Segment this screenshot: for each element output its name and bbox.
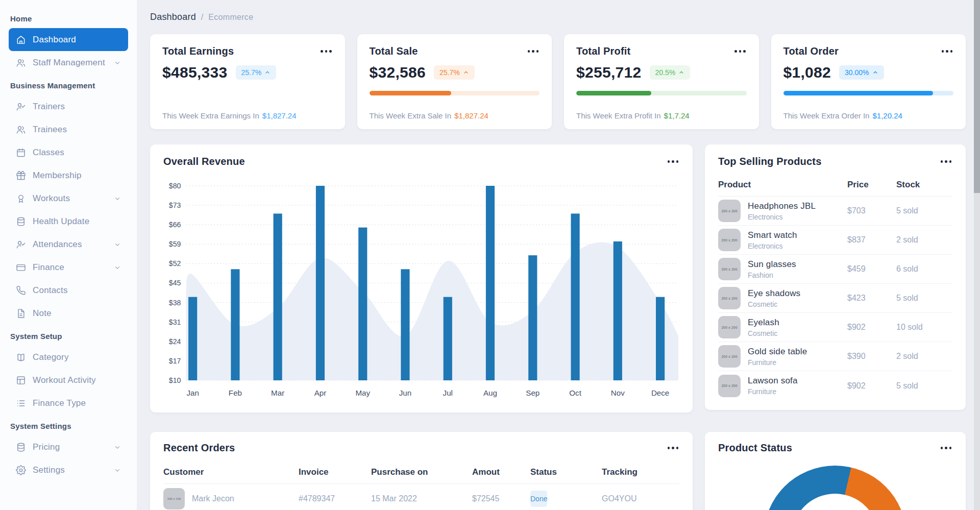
chevron-down-icon	[114, 241, 121, 248]
customer-avatar: 100 x 100	[163, 488, 185, 509]
product-row[interactable]: 200 x 200 Smart watch Electronics $837 2…	[718, 226, 952, 255]
product-thumbnail: 200 x 200	[718, 287, 741, 309]
order-tracking: GO4YOU	[602, 494, 679, 503]
chevron-up-icon	[264, 69, 271, 76]
breadcrumb: Dashboard / Ecommerce	[150, 0, 966, 34]
sidebar-item-attendances[interactable]: Attendances	[9, 233, 128, 256]
award-icon	[16, 193, 26, 204]
sidebar-item-label: Attendances	[33, 239, 107, 250]
sidebar-item-note[interactable]: Note	[9, 302, 128, 325]
product-name: Smart watch	[748, 230, 797, 240]
column-customer: Customer	[163, 467, 299, 477]
product-stock: 2 sold	[896, 235, 952, 245]
column-tracking: Tracking	[602, 467, 679, 477]
sidebar-section-system-setup: System Setup	[0, 325, 137, 346]
breadcrumb-current[interactable]: Dashboard	[150, 12, 196, 22]
svg-text:May: May	[355, 388, 370, 397]
product-category: Electronics	[748, 242, 797, 250]
sidebar-item-classes[interactable]: Classes	[9, 141, 128, 164]
order-row[interactable]: 100 x 100 Mark Jecon #4789347 15 Mar 202…	[163, 484, 679, 510]
svg-text:Aug: Aug	[483, 388, 497, 397]
sidebar-item-workouts[interactable]: Workouts	[9, 187, 128, 210]
ellipsis-menu-icon[interactable]	[941, 47, 954, 56]
sidebar-item-staff-management[interactable]: Staff Management	[9, 51, 128, 74]
status-badge: Done	[530, 491, 547, 507]
product-row[interactable]: 200 x 200 Sun glasses Fashion $459 6 sol…	[718, 255, 952, 284]
sidebar-item-finance-type[interactable]: Finance Type	[9, 392, 128, 415]
product-row[interactable]: 200 x 200 Eyelash Cosmetic $902 10 sold	[718, 313, 952, 342]
chevron-up-icon	[872, 69, 878, 76]
stat-value: $1,082	[783, 64, 831, 81]
ellipsis-menu-icon[interactable]	[940, 444, 953, 452]
sidebar: Home Dashboard Staff Management Business…	[0, 0, 137, 510]
product-price: $423	[847, 294, 896, 303]
top-selling-products-card: Top Selling Products Product Price Stock…	[705, 144, 966, 410]
users-icon	[16, 58, 26, 68]
vertical-scrollbar[interactable]	[974, 0, 980, 510]
sidebar-item-trainees[interactable]: Trainees	[9, 118, 128, 141]
ellipsis-menu-icon[interactable]	[667, 157, 680, 166]
sidebar-item-health-update[interactable]: Health Update	[9, 210, 128, 233]
product-row[interactable]: 200 x 200 Headphones JBL Electronics $70…	[718, 197, 952, 226]
column-purchase-on: Pusrchase on	[371, 467, 472, 477]
product-thumbnail: 200 x 200	[718, 229, 741, 251]
sidebar-item-settings[interactable]: Settings	[9, 458, 128, 481]
top-selling-products-title: Top Selling Products	[718, 156, 822, 167]
product-status-donut	[764, 466, 906, 510]
overall-revenue-chart: $80$73$66$59$52$45$38$31$24$17$10JanFebM…	[163, 173, 679, 401]
stat-change-badge: 20.5%	[650, 65, 691, 80]
stat-card-title: Total Earnings	[162, 45, 234, 57]
stat-change-percent: 25.7%	[439, 68, 460, 77]
ellipsis-menu-icon[interactable]	[940, 157, 953, 166]
product-name: Eye shadows	[748, 288, 800, 299]
product-stock: 6 sold	[896, 264, 952, 274]
scrollbar-thumb[interactable]	[974, 0, 980, 193]
sidebar-item-category[interactable]: Category	[9, 346, 128, 369]
svg-text:$17: $17	[169, 357, 181, 365]
stat-footer-amount: $1,827.24	[454, 111, 488, 120]
svg-text:Oct: Oct	[569, 388, 581, 397]
sidebar-item-dashboard[interactable]: Dashboard	[9, 28, 128, 51]
svg-text:Mar: Mar	[271, 388, 284, 397]
ellipsis-menu-icon[interactable]	[527, 47, 540, 56]
product-thumbnail: 200 x 200	[718, 316, 741, 338]
sidebar-item-trainers[interactable]: Trainers	[9, 95, 128, 118]
product-price: $459	[847, 264, 896, 274]
stat-footer-text: This Week Extra Earnings In	[162, 111, 259, 120]
svg-text:$73: $73	[169, 201, 181, 209]
product-row[interactable]: 200 x 200 Eye shadows Cosmetic $423 5 so…	[718, 284, 952, 313]
gear-icon	[16, 465, 26, 475]
product-row[interactable]: 200 x 200 Gold side table Furniture $390…	[718, 342, 952, 371]
product-price: $837	[847, 235, 896, 245]
product-thumbnail: 200 x 200	[718, 375, 741, 397]
recent-orders-title: Recent Orders	[163, 442, 235, 454]
stat-footer-text: This Week Extra Order In	[783, 111, 870, 120]
sidebar-item-pricing[interactable]: Pricing	[9, 435, 128, 458]
sidebar-item-label: Trainers	[33, 102, 121, 112]
column-status: Status	[530, 467, 602, 477]
svg-text:$66: $66	[169, 221, 181, 229]
ellipsis-menu-icon[interactable]	[733, 47, 747, 56]
product-stock: 10 sold	[896, 323, 952, 332]
sidebar-item-workout-activity[interactable]: Workout Activity	[9, 369, 128, 392]
sidebar-item-label: Staff Management	[33, 58, 107, 68]
stat-footer-text: This Week Extra Profit In	[576, 111, 661, 120]
svg-text:Jul: Jul	[443, 388, 453, 397]
products-table-header: Product Price Stock	[718, 180, 952, 197]
product-price: $703	[847, 206, 896, 215]
order-amount: $72545	[472, 494, 530, 503]
product-stock: 5 sold	[896, 206, 952, 215]
recent-orders-card: Recent Orders Customer Invoice Pusrchase…	[150, 432, 693, 510]
sidebar-item-membership[interactable]: Membership	[9, 164, 128, 187]
ellipsis-menu-icon[interactable]	[667, 444, 680, 452]
sidebar-item-finance[interactable]: Finance	[9, 256, 128, 279]
svg-text:Sep: Sep	[526, 388, 540, 397]
users-icon	[16, 125, 26, 135]
ellipsis-menu-icon[interactable]	[320, 47, 333, 56]
stat-footer-amount: $1,7.24	[664, 111, 690, 120]
stat-cards-row: Total Earnings $485,333 25.7% This Week …	[150, 34, 966, 129]
product-row[interactable]: 200 x 200 Lawson sofa Furniture $902 5 s…	[718, 371, 952, 400]
sidebar-item-label: Finance Type	[33, 398, 121, 408]
sidebar-item-label: Note	[33, 308, 121, 319]
sidebar-item-contacts[interactable]: Contacts	[9, 279, 128, 302]
